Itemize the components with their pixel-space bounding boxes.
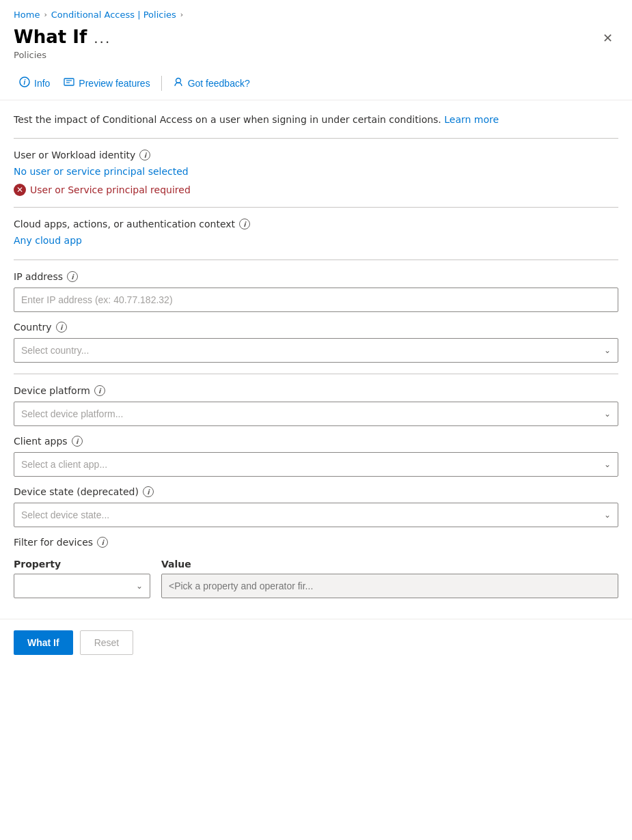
svg-rect-2 <box>64 79 74 85</box>
filter-value-input <box>161 574 618 598</box>
device-platform-info-icon[interactable]: i <box>94 385 105 396</box>
user-identity-error: ✕ User or Service principal required <box>14 184 618 196</box>
ip-address-label: IP address i <box>14 271 618 282</box>
info-circle-icon: i <box>19 76 30 90</box>
device-platform-section: Device platform i Select device platform… <box>14 385 618 426</box>
filter-property-header: Property <box>14 559 150 570</box>
ip-address-section: IP address i <box>14 271 618 312</box>
device-platform-label: Device platform i <box>14 385 618 396</box>
preview-icon <box>64 76 74 90</box>
client-apps-select-container: Select a client app... ⌄ <box>14 452 618 477</box>
toolbar: i Info Preview features <box>0 68 632 100</box>
what-if-button[interactable]: What If <box>14 630 73 655</box>
device-state-label: Device state (deprecated) i <box>14 486 618 497</box>
header-row: What If ... ✕ <box>0 24 632 50</box>
content-area: Test the impact of Conditional Access on… <box>0 100 632 612</box>
ip-address-info-icon[interactable]: i <box>67 271 78 282</box>
breadcrumb-chevron-2: › <box>180 10 183 19</box>
page-subtitle: Policies <box>0 50 632 68</box>
divider-4 <box>14 374 618 374</box>
device-state-select-container: Select device state... ⌄ <box>14 503 618 527</box>
toolbar-divider <box>161 76 162 91</box>
close-button[interactable]: ✕ <box>597 28 618 48</box>
reset-button[interactable]: Reset <box>80 630 134 655</box>
cloud-apps-select[interactable]: Any cloud app <box>14 235 82 246</box>
user-identity-label: User or Workload identity i <box>14 150 618 160</box>
preview-features-button[interactable]: Preview features <box>58 74 155 93</box>
description-text: Test the impact of Conditional Access on… <box>14 113 618 127</box>
info-label: Info <box>34 78 50 89</box>
divider-2 <box>14 207 618 208</box>
filter-devices-label: Filter for devices i <box>14 537 618 548</box>
ip-address-input[interactable] <box>14 288 618 312</box>
divider-3 <box>14 260 618 260</box>
filter-property-select-container: ⌄ <box>14 574 150 598</box>
learn-more-link[interactable]: Learn more <box>444 114 499 125</box>
client-apps-chevron-icon: ⌄ <box>604 460 611 469</box>
svg-text:i: i <box>24 79 26 86</box>
breadcrumb-chevron-1: › <box>44 10 46 19</box>
header-left: What If ... <box>14 27 111 47</box>
client-apps-label: Client apps i <box>14 436 618 447</box>
cloud-apps-info-icon[interactable]: i <box>239 219 250 229</box>
device-state-select[interactable]: Select device state... ⌄ <box>14 503 618 527</box>
country-placeholder: Select country... <box>21 345 89 356</box>
country-chevron-icon: ⌄ <box>604 346 611 355</box>
filter-property-select[interactable]: ⌄ <box>14 574 150 598</box>
device-state-info-icon[interactable]: i <box>143 486 154 497</box>
user-identity-select[interactable]: No user or service principal selected <box>14 166 189 177</box>
client-apps-select[interactable]: Select a client app... ⌄ <box>14 452 618 477</box>
device-state-section: Device state (deprecated) i Select devic… <box>14 486 618 527</box>
cloud-apps-label: Cloud apps, actions, or authentication c… <box>14 219 618 229</box>
filter-property-chevron-icon: ⌄ <box>136 581 143 591</box>
device-state-placeholder: Select device state... <box>21 509 109 520</box>
page-container: Home › Conditional Access | Policies › W… <box>0 0 632 669</box>
more-options-button[interactable]: ... <box>94 30 111 46</box>
user-identity-info-icon[interactable]: i <box>139 150 150 160</box>
action-bar: What If Reset <box>0 619 632 669</box>
breadcrumb-conditional-access[interactable]: Conditional Access | Policies <box>51 10 176 20</box>
country-label: Country i <box>14 322 618 333</box>
country-select-container: Select country... ⌄ <box>14 338 618 363</box>
device-platform-select-container: Select device platform... ⌄ <box>14 402 618 426</box>
device-platform-placeholder: Select device platform... <box>21 408 123 419</box>
feedback-label: Got feedback? <box>188 78 250 89</box>
filter-row: ⌄ <box>14 574 618 598</box>
breadcrumb-home[interactable]: Home <box>14 10 40 20</box>
device-platform-select[interactable]: Select device platform... ⌄ <box>14 402 618 426</box>
client-apps-placeholder: Select a client app... <box>21 459 107 470</box>
feedback-button[interactable]: Got feedback? <box>167 74 256 93</box>
cloud-apps-section: Cloud apps, actions, or authentication c… <box>14 219 618 249</box>
country-select[interactable]: Select country... ⌄ <box>14 338 618 363</box>
device-platform-chevron-icon: ⌄ <box>604 409 611 419</box>
preview-label: Preview features <box>79 78 150 89</box>
info-button[interactable]: i Info <box>14 74 55 93</box>
client-apps-info-icon[interactable]: i <box>72 436 83 447</box>
filter-devices-info-icon[interactable]: i <box>97 537 108 548</box>
filter-value-header: Value <box>161 559 618 570</box>
country-info-icon[interactable]: i <box>56 322 67 333</box>
device-state-chevron-icon: ⌄ <box>604 510 611 520</box>
filter-table-header: Property Value <box>14 553 618 574</box>
error-icon: ✕ <box>14 184 26 196</box>
filter-devices-section: Filter for devices i Property Value ⌄ <box>14 537 618 598</box>
breadcrumb: Home › Conditional Access | Policies › <box>0 0 632 24</box>
divider-1 <box>14 138 618 139</box>
client-apps-section: Client apps i Select a client app... ⌄ <box>14 436 618 477</box>
country-section: Country i Select country... ⌄ <box>14 322 618 363</box>
user-identity-section: User or Workload identity i No user or s… <box>14 150 618 196</box>
feedback-icon <box>173 76 184 90</box>
page-title: What If <box>14 27 87 47</box>
